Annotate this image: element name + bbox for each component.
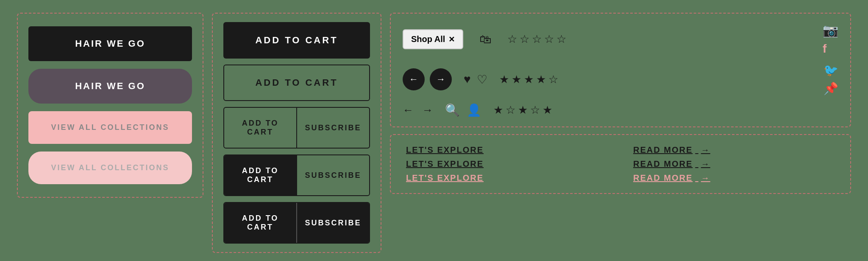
heart-filled-icon[interactable]: ♥ [464,73,471,86]
star-empty-2: ☆ [520,33,529,46]
instagram-icon[interactable]: 📷 [823,23,838,38]
add-to-cart-split-btn-1[interactable]: ADD TO CART [224,108,296,148]
right-bottom-panel: LET'S EXPLORE READ MORE → LET'S EXPLORE … [390,134,851,194]
star-empty-5: ☆ [556,33,566,46]
facebook-icon[interactable]: f [823,42,838,56]
pinterest-icon[interactable]: 📌 [823,81,838,95]
subscribe-split-btn-3[interactable]: SUBSCRIBE [296,203,369,243]
shopping-bag-icon[interactable]: 🛍 [479,32,491,46]
star-empty-4: ☆ [544,33,554,46]
star-mixed-1: ★ [493,104,503,117]
star-mixed-2: ☆ [506,104,515,117]
shop-all-label: Shop All [411,34,445,44]
hair-we-go-btn-black[interactable]: HAIR WE GO [28,26,192,61]
star-mixed-4: ☆ [530,104,540,117]
star-mixed-3: ★ [518,104,528,117]
add-to-cart-split-btn-2[interactable]: ADD TO CART [224,155,296,195]
middle-panel: ADD TO CART ADD TO CART ADD TO CART SUBS… [212,13,381,253]
arrow-right-text[interactable]: → [422,104,433,117]
right-container: Shop All ✕ 🛍 ☆ ☆ ☆ ☆ ☆ 📷 f [390,13,851,194]
read-more-link-1[interactable]: READ MORE → [633,145,835,155]
star-mixed-5: ★ [542,104,552,117]
arrow-left-text[interactable]: ← [403,104,414,117]
add-to-cart-subscribe-row-2: ADD TO CART SUBSCRIBE [223,154,370,196]
shop-all-tag[interactable]: Shop All ✕ [403,29,463,49]
hair-we-go-btn-gray[interactable]: HAIR WE GO [28,69,192,104]
read-more-link-3[interactable]: READ MORE → [633,173,835,183]
left-panel: HAIR WE GO HAIR WE GO VIEW ALL COLLECTIO… [17,13,203,198]
arrow-left-filled[interactable]: ← [403,68,425,90]
lets-explore-link-1[interactable]: LET'S EXPLORE [406,145,608,155]
add-to-cart-btn-outline[interactable]: ADD TO CART [223,65,370,101]
add-to-cart-subscribe-row-3: ADD TO CART SUBSCRIBE [223,202,370,244]
heart-outline-icon[interactable]: ♡ [477,73,487,87]
stars-empty-row: ☆ ☆ ☆ ☆ ☆ [507,33,566,46]
star-filled-2: ★ [512,73,521,86]
right-top-panel: Shop All ✕ 🛍 ☆ ☆ ☆ ☆ ☆ 📷 f [390,13,851,127]
arrow-right-filled[interactable]: → [430,68,452,90]
add-to-cart-split-btn-3[interactable]: ADD TO CART [224,203,296,243]
star-empty-row2: ☆ [548,73,558,86]
twitter-icon[interactable]: 🐦 [823,63,838,77]
stars-mixed-row: ★ ☆ ★ ☆ ★ [493,104,552,117]
star-empty-3: ☆ [532,33,542,46]
subscribe-split-btn-2[interactable]: SUBSCRIBE [296,155,369,195]
user-icon[interactable]: 👤 [467,103,481,117]
search-icon[interactable]: 🔍 [445,103,460,117]
lets-explore-link-2[interactable]: LET'S EXPLORE [406,159,608,169]
star-filled-4: ★ [536,73,546,86]
star-filled-3: ★ [524,73,534,86]
add-to-cart-subscribe-row-1: ADD TO CART SUBSCRIBE [223,107,370,149]
lets-explore-link-3[interactable]: LET'S EXPLORE [406,173,608,183]
view-all-collections-btn-pink-rounded[interactable]: VIEW ALL COLLECTIONS [28,152,192,184]
star-filled-1: ★ [499,73,509,86]
view-all-collections-btn-pink[interactable]: VIEW ALL COLLECTIONS [28,111,192,144]
add-to-cart-btn-black[interactable]: ADD TO CART [223,22,370,59]
main-container: HAIR WE GO HAIR WE GO VIEW ALL COLLECTIO… [8,8,860,253]
star-empty-1: ☆ [507,33,517,46]
read-more-link-2[interactable]: READ MORE → [633,159,835,169]
close-icon[interactable]: ✕ [448,35,455,44]
subscribe-split-btn-1[interactable]: SUBSCRIBE [296,108,369,148]
stars-filled-row: ★ ★ ★ ★ ☆ [499,73,558,86]
